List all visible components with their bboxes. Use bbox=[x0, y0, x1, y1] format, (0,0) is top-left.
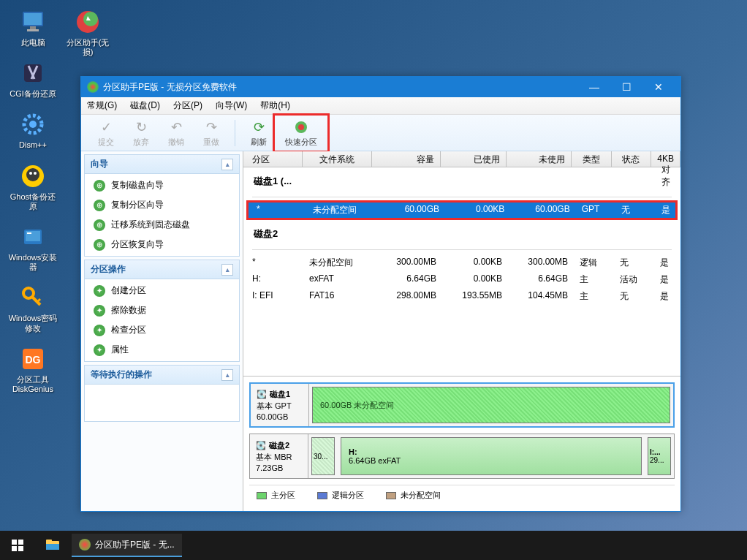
col-header-fs[interactable]: 文件系统 bbox=[303, 151, 371, 167]
partition-block[interactable]: 30... bbox=[311, 437, 335, 475]
redo-icon: ↷ bbox=[202, 118, 220, 136]
op-check-partition[interactable]: ✦检查分区 bbox=[85, 320, 239, 340]
close-button[interactable]: ✕ bbox=[642, 77, 675, 97]
menu-help[interactable]: 帮助(H) bbox=[260, 99, 290, 112]
disk1-group-header: 磁盘1 (... bbox=[243, 167, 680, 192]
partition-table: 分区 文件系统 容量 已使用 未使用 类型 状态 4KB对齐 磁盘1 (... … bbox=[243, 151, 680, 376]
disk-icon: 💽 bbox=[257, 390, 267, 399]
discard-button[interactable]: ↻放弃 bbox=[124, 117, 159, 149]
disk1-block[interactable]: 💽磁盘1 基本 GPT 60.00GB 60.00GB 未分配空间 bbox=[249, 382, 675, 428]
minimize-button[interactable]: — bbox=[578, 77, 610, 97]
svg-rect-31 bbox=[46, 544, 59, 550]
wizard-panel-header: 向导▴ bbox=[85, 155, 239, 174]
table-row[interactable]: I: EFI FAT16 298.00MB 193.55MB 104.45MB … bbox=[243, 288, 680, 305]
disk2-group-header: 磁盘2 bbox=[243, 220, 680, 245]
op-wipe-data[interactable]: ✦擦除数据 bbox=[85, 300, 239, 320]
op-icon: ✦ bbox=[94, 325, 105, 336]
tool-icon bbox=[18, 58, 48, 88]
titlebar[interactable]: 分区助手PE版 - 无损分区免费软件 — ☐ ✕ bbox=[81, 77, 680, 97]
disk2-block[interactable]: 💽磁盘2 基本 MBR 7.23GB 30... H: 6.64GB exFAT… bbox=[249, 434, 675, 479]
desktop-icon-dism[interactable]: Dism++ bbox=[7, 110, 58, 150]
collapse-button[interactable]: ▴ bbox=[221, 369, 233, 381]
menu-wizard[interactable]: 向导(W) bbox=[216, 99, 247, 112]
col-header-partition[interactable]: 分区 bbox=[243, 151, 303, 167]
discard-icon: ↻ bbox=[132, 118, 150, 136]
collapse-button[interactable]: ▴ bbox=[221, 264, 233, 276]
legend: 主分区 逻辑分区 未分配空间 bbox=[249, 485, 675, 505]
svg-rect-27 bbox=[12, 546, 17, 551]
menu-disk[interactable]: 磁盘(D) bbox=[130, 99, 160, 112]
start-button[interactable] bbox=[0, 531, 35, 560]
toolbar: ✓提交 ↻放弃 ↶撤销 ↷重做 ⟳刷新 快速分区 bbox=[81, 115, 680, 151]
maximize-button[interactable]: ☐ bbox=[610, 77, 642, 97]
legend-swatch-unalloc bbox=[386, 492, 396, 499]
wizard-migrate-ssd[interactable]: ⊕迁移系统到固态磁盘 bbox=[85, 215, 239, 235]
gear-icon bbox=[18, 110, 48, 139]
pending-panel-header: 等待执行的操作▴ bbox=[85, 366, 239, 385]
desktop-icon-thispc[interactable]: 此电脑 bbox=[7, 7, 58, 48]
svg-rect-30 bbox=[46, 540, 52, 542]
svg-rect-26 bbox=[18, 540, 23, 545]
table-row[interactable]: H: exFAT 6.64GB 0.00KB 6.64GB 主 活动 是 bbox=[243, 271, 680, 288]
svg-point-22 bbox=[83, 12, 98, 26]
svg-line-18 bbox=[37, 299, 40, 302]
apply-button[interactable]: ✓提交 bbox=[88, 117, 124, 149]
redo-button[interactable]: ↷重做 bbox=[194, 117, 229, 149]
monitor-icon bbox=[18, 7, 48, 37]
key-icon bbox=[18, 283, 48, 312]
wizard-icon: ⊕ bbox=[94, 219, 105, 231]
undo-button[interactable]: ↶撤销 bbox=[159, 117, 194, 149]
undo-icon: ↶ bbox=[167, 118, 185, 136]
partition-block-i[interactable]: I:...29... bbox=[648, 437, 671, 475]
svg-point-8 bbox=[29, 121, 37, 128]
op-properties[interactable]: ✦属性 bbox=[85, 340, 239, 360]
col-header-status[interactable]: 状态 bbox=[612, 151, 652, 167]
ops-panel-header: 分区操作▴ bbox=[85, 260, 239, 279]
table-row[interactable]: * 未分配空间 300.00MB 0.00KB 300.00MB 逻辑 无 是 bbox=[243, 254, 680, 271]
wizard-copy-disk[interactable]: ⊕复制磁盘向导 bbox=[85, 175, 239, 195]
svg-point-10 bbox=[26, 168, 39, 181]
sidebar: 向导▴ ⊕复制磁盘向导 ⊕复制分区向导 ⊕迁移系统到固态磁盘 ⊕分区恢复向导 分… bbox=[81, 151, 243, 511]
taskbar-app-partition[interactable]: 分区助手PE版 - 无... bbox=[72, 534, 182, 557]
wizard-recover-partition[interactable]: ⊕分区恢复向导 bbox=[85, 235, 239, 254]
menu-general[interactable]: 常规(G) bbox=[87, 99, 117, 112]
legend-swatch-primary bbox=[257, 492, 267, 499]
svg-rect-2 bbox=[30, 26, 36, 29]
svg-rect-1 bbox=[24, 13, 42, 25]
wizard-icon: ⊕ bbox=[94, 180, 105, 192]
taskbar: 分区助手PE版 - 无... bbox=[0, 531, 747, 560]
ghost-icon bbox=[18, 162, 48, 191]
table-row[interactable]: * 未分配空间 60.00GB 0.00KB 60.00GB GPT 无 是 bbox=[248, 202, 676, 219]
partition-block-unallocated[interactable]: 60.00GB 未分配空间 bbox=[312, 387, 670, 423]
desktop-icon-diskgenius[interactable]: DG 分区工具DiskGenius bbox=[7, 344, 58, 394]
check-icon: ✓ bbox=[97, 118, 115, 136]
svg-rect-15 bbox=[27, 232, 31, 234]
col-header-4kb[interactable]: 4KB对齐 bbox=[651, 151, 680, 167]
menu-partition[interactable]: 分区(P) bbox=[173, 99, 202, 112]
collapse-button[interactable]: ▴ bbox=[221, 159, 233, 170]
window-title: 分区助手PE版 - 无损分区免费软件 bbox=[103, 81, 574, 94]
desktop-icon-ghost[interactable]: Ghost备份还原 bbox=[7, 162, 58, 211]
desktop-icon-wininstall[interactable]: Windows安装器 bbox=[7, 222, 58, 272]
op-icon: ✦ bbox=[94, 285, 105, 297]
svg-point-12 bbox=[34, 172, 37, 175]
pa-icon bbox=[73, 7, 102, 37]
col-header-free[interactable]: 未使用 bbox=[507, 151, 572, 167]
app-icon bbox=[79, 539, 91, 550]
explorer-button[interactable] bbox=[35, 531, 70, 560]
desktop-icon-winpass[interactable]: Windows密码修改 bbox=[7, 283, 58, 333]
wizard-copy-partition[interactable]: ⊕复制分区向导 bbox=[85, 195, 239, 215]
op-icon: ✦ bbox=[94, 344, 105, 356]
disk-visualization: 💽磁盘1 基本 GPT 60.00GB 60.00GB 未分配空间 💽磁盘2 基… bbox=[243, 376, 680, 511]
quick-partition-button[interactable]: 快速分区 bbox=[276, 117, 326, 149]
desktop-icon-cgi[interactable]: CGI备份还原 bbox=[7, 58, 58, 99]
svg-point-24 bbox=[298, 124, 304, 130]
desktop-icon-partition-assistant[interactable]: 分区助手(无损) bbox=[62, 7, 113, 57]
col-header-capacity[interactable]: 容量 bbox=[372, 151, 441, 167]
op-create-partition[interactable]: ✦创建分区 bbox=[85, 281, 239, 300]
col-header-used[interactable]: 已使用 bbox=[441, 151, 506, 167]
refresh-button[interactable]: ⟳刷新 bbox=[241, 117, 276, 149]
svg-rect-28 bbox=[18, 546, 23, 551]
partition-block-h[interactable]: H: 6.64GB exFAT bbox=[341, 437, 642, 475]
col-header-type[interactable]: 类型 bbox=[572, 151, 612, 167]
